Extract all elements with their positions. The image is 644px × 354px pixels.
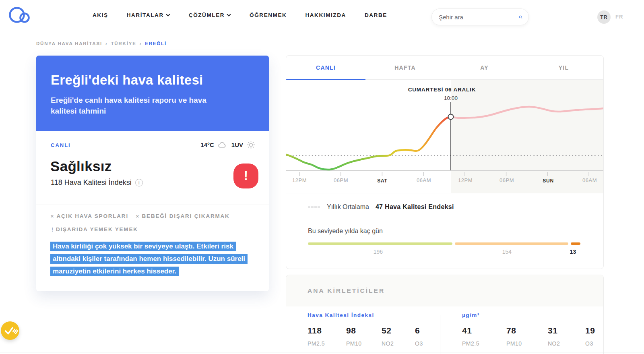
pollutant-value: 98 [346,326,362,335]
annual-average-legend: Yıllık Ortalama 47 Hava Kalitesi Endeksi [286,193,603,221]
cross-icon: × [136,213,140,219]
check-icon [1,321,19,340]
days-count-current: 13 [566,248,580,255]
days-distribution-bar [308,242,580,245]
advice-eat-outside: ! DIŞARIDA YEMEK YEMEK [52,226,138,233]
page-subtitle: Ereğli'de canlı hava kalitesi raporu ve … [51,95,228,116]
dashed-line-icon [308,207,320,207]
pollutant-value: 118 [308,326,325,335]
nav-label: HAKKIMIZDA [305,12,346,18]
nav-label: DARBE [365,12,387,18]
cross-icon: × [50,213,55,219]
pollutants-title: ANA KİRLETİCİLER [286,275,603,306]
main-nav: AKIŞ HARİTALAR ÇÖZÜMLER ÖĞRENMEK HAKKIMI… [93,12,387,18]
tick-label: 12PM [458,177,473,183]
search-input[interactable] [439,14,519,21]
temperature-value: 14°C [200,141,214,148]
sun-icon [247,141,255,149]
city-summary-card: Ereğli'deki hava kalitesi Ereğli'de canl… [36,56,269,291]
nav-item-cozumler[interactable]: ÇÖZÜMLER [189,12,231,18]
air-quality-page: AKIŞ HARİTALAR ÇÖZÜMLER ÖĞRENMEK HAKKIMI… [0,0,644,354]
aqi-status: Sağlıksız [50,158,112,174]
breadcrumb-world-map[interactable]: DÜNYA HAVA HARİTASI [36,41,102,46]
aqi-index-text: 118 Hava Kalitesi İndeksi [51,178,132,187]
advice-label: AÇIK HAVA SPORLARI [57,213,128,219]
page-title: Ereğli'deki hava kalitesi [51,72,203,88]
nav-label: AKIŞ [93,12,108,18]
days-count: 154 [451,248,563,255]
current-value-marker[interactable] [448,114,453,120]
language-toggle-fr[interactable]: FR [615,14,623,20]
nav-label: ÖĞRENMEK [250,12,287,18]
live-label: CANLI [51,142,71,148]
pollutant-name: O3 [585,340,595,347]
breadcrumb-eregli[interactable]: EREĞLİ [145,41,167,46]
chevron-down-icon [166,14,170,17]
tick-label: SUN [543,178,554,184]
days-numbers: 196 154 13 [308,248,580,255]
advice-label: DIŞARIDA YEMEK YEMEK [56,226,138,232]
tab-ay[interactable]: AY [445,56,524,79]
pollutant-cell: 78 PM10 [506,326,522,347]
pollutant-value: 6 [415,326,423,335]
tick-label: 06AM [417,177,431,183]
chart-tabs: CANLI HAFTA AY YIL [286,56,603,80]
lang-fr-label: FR [615,14,623,20]
nav-item-ogrenmek[interactable]: ÖĞRENMEK [250,12,287,18]
nav-label: HARİTALAR [127,12,164,18]
pollutant-name: NO2 [382,340,394,347]
tab-hafta[interactable]: HAFTA [365,56,445,79]
pollutant-cell: 52 NO2 [382,326,394,347]
nav-item-akis[interactable]: AKIŞ [93,12,108,18]
lang-tr-label: TR [600,14,608,20]
measured-aqi-line [286,117,451,170]
advice-row: ! DIŞARIDA YEMEK YEMEK [52,226,138,233]
days-title: Bu seviyede yılda kaç gün [308,228,383,235]
breadcrumb: DÜNYA HAVA HARİTASI › TÜRKİYE › EREĞLİ [36,41,167,46]
aqi-index-line: 118 Hava Kalitesi İndeksi i [51,178,143,187]
days-count: 196 [308,248,448,255]
pollutant-cell: 6 O3 [415,326,423,347]
pollutant-name: PM10 [346,340,362,347]
alert-badge: ! [233,164,258,188]
aqi-timeline-chart[interactable]: CUMARTESİ 06 ARALIK 10:00 12PM 06PM SAT … [286,80,603,193]
uv-value: 1UV [231,141,243,148]
days-at-level-section: Bu seviyede yılda kaç gün 196 154 13 [286,221,603,269]
forecast-region [451,80,603,193]
pollutant-cell: 19 O3 [585,326,595,347]
tab-yil[interactable]: YIL [524,56,603,79]
feedback-check-button[interactable] [1,321,19,340]
hero-banner: Ereğli'deki hava kalitesi Ereğli'de canl… [36,56,269,131]
pollutant-cell: 31 NO2 [548,326,560,347]
pollutant-name: O3 [415,340,423,347]
language-toggle-tr[interactable]: TR [597,10,611,24]
cloud-logo-icon[interactable] [6,4,34,28]
tab-canli[interactable]: CANLI [286,56,365,79]
advice-outdoor-sports: × AÇIK HAVA SPORLARI [50,213,128,219]
info-icon[interactable]: i [135,179,143,186]
marker-time: 10:00 [444,95,458,101]
days-segment-current [571,242,580,245]
nav-item-darbe[interactable]: DARBE [365,12,387,18]
divider [0,352,644,352]
pollution-description-text: Hava kirliliği çok yüksek bir seviyeye u… [50,242,248,276]
breadcrumb-turkiye[interactable]: TÜRKİYE [111,41,136,46]
pollutant-name: NO2 [548,340,560,347]
tick-label: 06PM [500,177,514,183]
search-icon[interactable] [519,13,522,21]
marker-date: CUMARTESİ 06 ARALIK [408,87,476,93]
advice-row: × AÇIK HAVA SPORLARI × BEBEĞİ DIŞARI ÇIK… [50,213,230,219]
pollutant-value: 52 [382,326,394,335]
pollutant-cell: 41 PM2.5 [462,326,479,347]
chevron-down-icon [227,14,231,17]
main-pollutants-card: ANA KİRLETİCİLER Hava Kalitesi İndeksi µ… [286,275,604,354]
nav-item-hakkimizda[interactable]: HAKKIMIZDA [305,12,346,18]
divider [36,205,269,205]
nav-item-haritalar[interactable]: HARİTALAR [127,12,170,18]
tick-label: 06AM [582,177,597,183]
pollutant-name: PM2.5 [308,340,325,347]
days-segment-mid [455,242,568,245]
exclamation-icon: ! [244,170,248,183]
pollution-description: Hava kirliliği çok yüksek bir seviyeye u… [50,240,256,277]
tick-label: 06PM [334,177,348,183]
